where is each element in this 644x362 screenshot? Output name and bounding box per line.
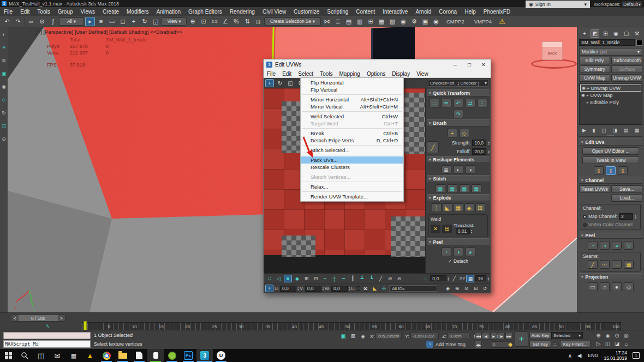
spherical-map-icon[interactable]: ● <box>612 282 622 291</box>
edit-stack-icon[interactable]: ▦ <box>634 128 639 133</box>
quick-peel-icon[interactable]: ◔ <box>588 241 598 250</box>
paint-select-icon[interactable]: ╱ <box>377 275 385 282</box>
taskbar-photoshop[interactable]: Ps <box>180 349 196 362</box>
w-value[interactable]: 0,0 <box>331 286 348 292</box>
make-unique-icon[interactable]: ◫ <box>601 128 606 133</box>
strength-value[interactable]: 10,0 <box>472 140 486 146</box>
space-horizontal-icon[interactable]: ⋮ <box>478 99 487 107</box>
scripting[interactable]: Scripting <box>323 9 352 15</box>
edit-uvs-rollout[interactable]: ▾Edit UVs <box>579 138 642 146</box>
file[interactable]: File <box>264 70 279 77</box>
zoom-icon[interactable]: ⊕ <box>594 331 603 340</box>
detach-checkmark-icon[interactable]: ✓ <box>448 258 452 264</box>
add-time-tag[interactable]: ◔ Add Time Tag <box>426 341 466 348</box>
material-editor-icon[interactable]: ◉ <box>398 17 408 26</box>
render-setup-icon[interactable]: ⚙ <box>409 17 419 26</box>
speaker-icon[interactable]: ◀) <box>577 353 582 358</box>
playback-button[interactable]: ◀| <box>482 332 490 340</box>
cmpp2-button[interactable]: CMPP2 <box>446 17 464 26</box>
workspace-dropdown[interactable]: Default▾ <box>621 1 643 8</box>
spinner-arrows[interactable]: ▴▾ <box>448 276 449 281</box>
mirror-icon[interactable]: ⋈ <box>322 17 332 26</box>
material-id-dropdown[interactable]: All IDs <box>389 285 437 292</box>
content[interactable]: Content <box>352 9 379 15</box>
viewport-label[interactable]: [+] [Perspective] [User Defined] [Defaul… <box>36 29 182 35</box>
cursor-icon[interactable]: ◁ <box>275 275 283 282</box>
orbit-icon[interactable]: ◪ <box>612 340 622 348</box>
spinner-arrows[interactable]: ▴▾ <box>488 149 490 154</box>
edge-grow-icon[interactable]: ╍ <box>339 275 348 282</box>
zoom-region-icon[interactable]: ⊙ <box>462 285 470 292</box>
viewport-layout-tab-icon[interactable]: ◐ <box>2 32 5 37</box>
taskbar-epic-games[interactable] <box>147 349 164 362</box>
u-value[interactable]: 0,0 <box>280 286 296 292</box>
key-selection-dropdown[interactable]: Selected▾ <box>551 332 583 339</box>
spinner-snap-icon[interactable]: ⇅ <box>242 17 252 26</box>
quick-transform-rollout[interactable]: ▾Quick Transform <box>427 89 490 96</box>
load-button[interactable]: Load... <box>611 194 642 202</box>
relax-brush-icon[interactable]: ◇ <box>460 129 469 137</box>
options[interactable]: Options <box>363 70 389 77</box>
modifier-stack-row[interactable]: ◉ ▸ Editable Poly <box>580 99 641 106</box>
vertex-dots-icon[interactable]: ∷ <box>265 275 273 282</box>
help[interactable]: Help <box>461 9 480 15</box>
snap-icon[interactable]: ◣ <box>371 285 379 292</box>
align-icon[interactable]: ≣ <box>333 17 343 26</box>
notification-center-icon[interactable]: 1 <box>633 352 640 359</box>
view[interactable]: View <box>413 70 432 77</box>
key-mode-toggle-icon[interactable]: ◀▶ <box>475 341 482 348</box>
viewcube-ring[interactable] <box>531 59 577 69</box>
taskbar-file-explorer[interactable] <box>115 349 131 362</box>
reset-peel-icon[interactable]: ◕ <box>612 241 622 250</box>
auto-key-button[interactable]: Auto Key <box>529 332 551 339</box>
flatten-by-angle-icon[interactable]: ◣ <box>443 203 452 212</box>
playback-button[interactable]: ▶▶ <box>505 332 512 340</box>
expand-arrow-icon[interactable]: ▸ <box>587 86 589 90</box>
taskbar-notepad[interactable] <box>131 349 147 362</box>
visibility-eye-icon[interactable]: ◉ <box>581 93 585 98</box>
coordinate-display-icon[interactable]: ◈ <box>359 333 367 340</box>
dialog-minimize-button[interactable]: – <box>448 59 462 70</box>
straighten-selection-icon[interactable]: ≣ <box>442 165 451 174</box>
grow-selection-icon[interactable]: ⊞ <box>302 275 311 282</box>
spinner-arrows[interactable]: ▴▾ <box>349 286 350 291</box>
edit[interactable]: Edit <box>279 70 295 77</box>
tools-menu-item[interactable]: Mirror Vertical Alt+Shift+Ctrl+M <box>301 103 403 110</box>
select-object-icon[interactable]: ▸ <box>85 17 95 26</box>
align-to-edge-icon[interactable]: ⇄ <box>466 99 475 107</box>
start-button[interactable] <box>0 349 16 362</box>
peel-mode-icon[interactable]: ◑ <box>600 241 610 250</box>
spinner-arrows[interactable]: ▴▾ <box>635 214 636 219</box>
key-filters-button[interactable]: Key Filters... <box>560 341 591 348</box>
dialog-titlebar[interactable]: 3 Edit UVWs – □ ✕ <box>264 59 491 70</box>
spinner-arrows[interactable]: ▴▾ <box>488 141 490 145</box>
taskbar-alert-app[interactable]: ▲ <box>82 349 98 362</box>
motion-tab-icon[interactable]: ◉ <box>612 29 621 38</box>
track-bar[interactable]: 0510152025303540455055606570758085909510… <box>82 322 621 330</box>
modify-tab-icon[interactable]: ◩ <box>591 29 599 38</box>
use-pivot-center-icon[interactable]: ⊕ <box>188 17 198 26</box>
display-tab-icon[interactable]: ▢ <box>622 29 631 38</box>
peel-mode-icon[interactable]: ◑ <box>454 248 463 256</box>
hierarchy-tab-icon[interactable]: ⊞ <box>601 29 610 38</box>
tools-menu-item[interactable]: Sketch Vertices... <box>301 173 403 180</box>
tools-menu-item[interactable]: Rescale Clusters <box>301 164 403 171</box>
timeline-curve-icon[interactable]: ∿ <box>45 323 50 329</box>
maximize-viewport-icon[interactable]: ⌂ <box>622 340 631 348</box>
reference-coordinate-dropdown[interactable]: View ▾ <box>162 17 187 26</box>
flatten-mapping-icon[interactable]: ▦ <box>454 203 463 212</box>
paint-move-brush-icon[interactable]: + <box>448 129 457 137</box>
toggle-layer-explorer-icon[interactable]: ▥ <box>355 17 365 26</box>
show-end-result-icon[interactable]: ▮ <box>593 128 595 133</box>
zoom-extents-icon[interactable]: ⊙ <box>612 331 622 340</box>
redo-icon[interactable]: ↷ <box>13 17 23 26</box>
xy-space-label[interactable]: XY <box>460 276 466 281</box>
rectangular-region-icon[interactable]: ▭ <box>107 17 117 26</box>
expand-arrow-icon[interactable]: ▸ <box>587 93 589 98</box>
select-and-scale-icon[interactable]: ◱ <box>151 17 160 26</box>
light-icon[interactable]: ⊙ <box>2 136 6 142</box>
viewcube[interactable]: BACK <box>529 36 577 72</box>
maxscript-mini-listener-output[interactable] <box>3 332 91 339</box>
tools-menu-item[interactable]: Flip Vertical <box>301 86 403 93</box>
planar-map-icon[interactable]: ▭ <box>588 282 598 291</box>
